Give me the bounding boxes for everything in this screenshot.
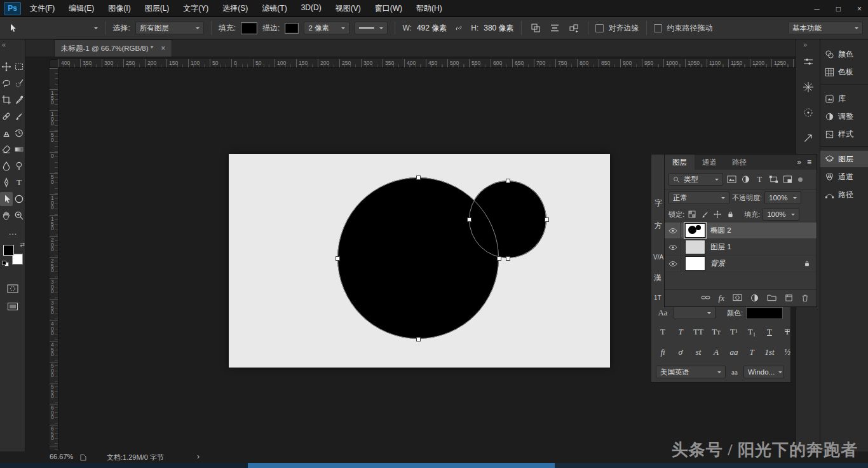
baseline-shift-field[interactable] <box>674 306 715 319</box>
path-anchor-handle[interactable] <box>497 256 501 261</box>
visibility-eye-icon[interactable] <box>665 256 681 272</box>
layer-thumbnail[interactable] <box>685 240 705 254</box>
link-dimensions-icon[interactable] <box>452 21 466 35</box>
ellipse-tool[interactable] <box>13 192 25 206</box>
lock-image-pixels-icon[interactable] <box>700 209 710 219</box>
path-alignment-icon[interactable] <box>548 21 562 35</box>
screen-mode-button[interactable] <box>0 301 25 312</box>
filter-type-layers-icon[interactable]: T <box>754 174 765 184</box>
path-anchor-handle[interactable] <box>545 217 549 222</box>
close-tab-icon[interactable]: × <box>161 44 165 53</box>
ordinals-icon[interactable]: 1st <box>763 347 776 357</box>
visibility-eye-icon[interactable] <box>665 239 681 255</box>
ruler-horizontal[interactable]: 4003503002502001501005005010015020025030… <box>58 59 796 68</box>
fill-swatch[interactable] <box>241 22 257 34</box>
fill-opacity-dropdown[interactable]: 100% <box>763 208 799 221</box>
constrain-path-checkbox[interactable] <box>654 24 662 32</box>
tab-layers[interactable]: 图层 <box>665 155 695 170</box>
swash-icon[interactable]: A <box>709 347 723 357</box>
link-layers-icon[interactable] <box>701 294 710 302</box>
italic-icon[interactable]: T <box>674 327 688 337</box>
gradient-tool[interactable] <box>13 142 25 156</box>
path-anchor-handle[interactable] <box>506 179 510 183</box>
subscript-icon[interactable]: T₁ <box>745 327 759 337</box>
new-layer-icon[interactable] <box>785 294 793 303</box>
filter-shape-layers-icon[interactable] <box>768 174 779 184</box>
menu-image[interactable]: 图像(I) <box>108 3 130 14</box>
channels-panel-button[interactable]: 通道 <box>820 169 868 185</box>
adjustments-panel-button[interactable]: 调整 <box>820 108 868 125</box>
path-anchor-handle[interactable] <box>416 337 421 341</box>
standard-ligatures-icon[interactable]: fi <box>656 347 670 357</box>
collapse-toolbar-icon[interactable]: « <box>2 41 5 48</box>
quick-selection-tool[interactable] <box>13 76 25 90</box>
ruler-vertical[interactable]: 1 5 01 0 05 005 01 0 01 5 02 0 02 5 03 0… <box>50 68 58 450</box>
current-tool-icon[interactable] <box>5 21 19 35</box>
more-tools[interactable]: … <box>6 225 19 239</box>
tab-paths[interactable]: 路径 <box>724 155 754 170</box>
lock-position-icon[interactable] <box>712 209 722 219</box>
path-anchor-handle[interactable] <box>506 256 510 261</box>
paths-panel-button[interactable]: 路径 <box>820 186 868 203</box>
delete-layer-icon[interactable] <box>801 294 809 303</box>
underline-icon[interactable]: T <box>763 327 776 337</box>
diagonal-arrow-panel-icon[interactable] <box>803 132 814 144</box>
layer-thumbnail[interactable] <box>685 223 705 238</box>
restore-button[interactable]: □ <box>836 4 841 13</box>
spot-healing-brush-tool[interactable] <box>0 109 13 123</box>
add-layer-mask-icon[interactable] <box>733 294 742 303</box>
layers-panel-button[interactable]: 图层 <box>820 151 868 167</box>
align-edges-checkbox[interactable] <box>595 24 604 32</box>
stroke-swatch[interactable] <box>285 23 299 34</box>
small-caps-icon[interactable]: Tт <box>709 327 723 337</box>
filter-adjustment-layers-icon[interactable] <box>740 174 751 184</box>
quick-mask-button[interactable] <box>0 284 25 294</box>
workspace-dropdown[interactable]: 基本功能 <box>788 22 863 34</box>
eraser-tool[interactable] <box>0 142 13 156</box>
zoom-tool[interactable] <box>13 209 25 223</box>
anti-alias-dropdown[interactable]: Windo... <box>743 366 784 378</box>
stroke-width-dropdown[interactable]: 2 像素 <box>304 22 349 34</box>
sliders-panel-icon[interactable] <box>803 56 814 67</box>
menu-edit[interactable]: 编辑(E) <box>69 3 94 14</box>
document-tab[interactable]: 未标题-1 @ 66.7%(RGB/8) * × <box>54 39 172 57</box>
filter-type-dropdown[interactable]: 类型 <box>668 173 723 186</box>
dotted-circle-panel-icon[interactable] <box>803 107 814 118</box>
menu-3d[interactable]: 3D(D) <box>301 3 322 14</box>
panel-collapse-icon[interactable]: » <box>797 158 801 167</box>
layer-row-layer-1[interactable]: 图层 1 <box>665 239 817 256</box>
layer-row-background[interactable]: 背景 <box>665 256 817 272</box>
layer-thumbnail[interactable] <box>685 256 705 271</box>
all-caps-icon[interactable]: TT <box>691 327 705 337</box>
path-arrangement-icon[interactable] <box>567 21 581 35</box>
menu-filter[interactable]: 滤镜(T) <box>262 3 287 14</box>
eyedropper-tool[interactable] <box>13 93 25 107</box>
lasso-tool[interactable] <box>0 76 13 90</box>
pen-tool[interactable] <box>0 176 13 189</box>
discretionary-ligatures-icon[interactable]: st <box>691 347 705 357</box>
zoom-level-field[interactable]: 66.67% <box>50 453 73 460</box>
menu-type[interactable]: 文字(Y) <box>183 3 208 14</box>
hand-tool[interactable] <box>0 209 13 223</box>
shape-width-field[interactable]: 492 像素 <box>417 23 447 34</box>
contextual-alternates-icon[interactable]: ơ <box>674 347 688 357</box>
close-button[interactable]: × <box>857 4 862 13</box>
path-anchor-handle[interactable] <box>416 176 421 180</box>
menu-layer[interactable]: 图层(L) <box>145 3 170 14</box>
brush-tool[interactable] <box>13 109 25 123</box>
clone-stamp-tool[interactable] <box>0 126 13 140</box>
new-group-icon[interactable] <box>767 294 776 303</box>
collapse-panels-icon[interactable]: » <box>803 41 806 48</box>
lock-all-icon[interactable] <box>725 209 735 219</box>
superscript-icon[interactable]: T¹ <box>727 327 741 337</box>
menu-help[interactable]: 帮助(H) <box>416 3 442 14</box>
canvas[interactable] <box>229 154 610 368</box>
filter-smart-objects-icon[interactable] <box>782 174 793 184</box>
opacity-dropdown[interactable]: 100% <box>764 191 801 204</box>
layer-name[interactable]: 椭圆 2 <box>710 226 731 235</box>
shape-height-field[interactable]: 380 像素 <box>484 23 513 34</box>
new-adjustment-layer-icon[interactable] <box>750 294 759 303</box>
blend-mode-dropdown[interactable]: 正常 <box>668 191 729 204</box>
swap-colors-icon[interactable]: ⇄ <box>20 242 25 248</box>
panel-menu-icon[interactable]: ≡ <box>807 158 811 167</box>
